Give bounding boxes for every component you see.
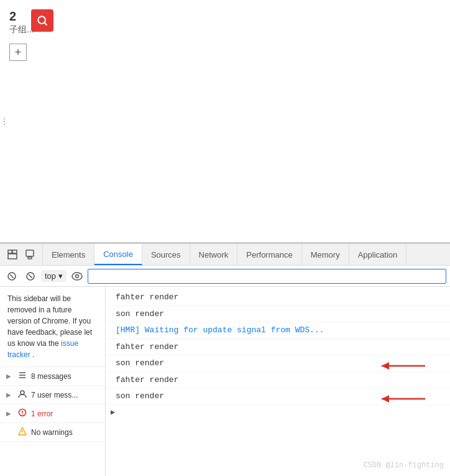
list-icon <box>17 371 27 381</box>
console-line-1: fahter render <box>106 289 450 306</box>
console-text-5: fahter render <box>116 375 178 385</box>
search-icon-button[interactable] <box>31 9 53 32</box>
console-line-3: fahter render <box>106 339 450 356</box>
svg-point-14 <box>76 274 79 278</box>
svg-marker-28 <box>382 395 389 403</box>
user-messages-label: 7 user mess... <box>31 391 99 399</box>
console-text-2: son render <box>116 309 164 319</box>
tab-elements-label: Elements <box>52 250 85 259</box>
console-toolbar: top ▾ <box>0 266 450 287</box>
plus-button[interactable]: + <box>9 44 27 61</box>
svg-line-10 <box>10 274 14 278</box>
sidebar-item-errors[interactable]: ▶ 1 error <box>0 404 105 423</box>
counter-number: 2 <box>9 9 34 24</box>
devtools-main: This sidebar will be removed in a future… <box>0 287 450 476</box>
tab-elements[interactable]: Elements <box>43 244 94 265</box>
svg-rect-2 <box>8 250 12 253</box>
svg-line-12 <box>29 274 32 278</box>
tab-sources-label: Sources <box>151 250 181 259</box>
console-text-hmr: [HMR] Waiting for update signal from WDS… <box>116 325 324 335</box>
tab-console[interactable]: Console <box>94 244 142 265</box>
tab-application-label: Application <box>358 250 398 259</box>
messages-label: 8 messages <box>31 372 99 381</box>
tab-memory[interactable]: Memory <box>302 244 349 265</box>
inspect-element-icon[interactable] <box>5 247 20 262</box>
resize-handle[interactable]: ⋮ <box>0 117 9 126</box>
devtools-panel: Elements Console Sources Network Perform… <box>0 243 450 476</box>
warning-triangle-icon <box>17 427 27 437</box>
tab-memory-label: Memory <box>311 250 340 259</box>
console-line-4: son render <box>106 355 450 372</box>
eye-button[interactable] <box>69 268 85 284</box>
expand-arrow-icon: ▶ <box>6 373 14 380</box>
svg-marker-26 <box>382 362 389 370</box>
webpage-content: 2 子组... + ⋮ <box>0 0 450 243</box>
svg-point-13 <box>72 273 82 280</box>
plus-icon: + <box>15 46 22 59</box>
svg-point-24 <box>22 433 22 434</box>
tab-network[interactable]: Network <box>190 244 238 265</box>
expand-arrow-icon-2: ▶ <box>6 391 14 398</box>
user-icon <box>17 390 27 400</box>
svg-rect-4 <box>8 254 17 259</box>
svg-point-21 <box>22 414 23 415</box>
expand-arrow-icon-3: ▶ <box>6 410 14 417</box>
sidebar-notice: This sidebar will be removed in a future… <box>0 287 105 367</box>
tab-application[interactable]: Application <box>349 244 407 265</box>
sidebar-notice-end: . <box>32 350 34 359</box>
context-label: top <box>45 271 56 281</box>
console-line-6: son render <box>106 388 450 405</box>
clear-console-button[interactable] <box>4 268 20 284</box>
svg-point-18 <box>21 391 24 394</box>
red-arrow-2 <box>375 390 431 408</box>
tab-performance-label: Performance <box>246 250 292 259</box>
context-selector[interactable]: top ▾ <box>41 270 67 282</box>
tab-performance[interactable]: Performance <box>237 244 301 265</box>
counter-label: 子组... <box>9 24 34 34</box>
svg-line-1 <box>45 23 47 26</box>
tab-icon-buttons <box>0 244 43 265</box>
svg-rect-3 <box>12 250 17 253</box>
console-sidebar: This sidebar will be removed in a future… <box>0 287 106 476</box>
filter-button[interactable] <box>22 268 39 284</box>
console-text-6: son render <box>116 391 164 401</box>
errors-label: 1 error <box>31 409 99 418</box>
dropdown-arrow-icon: ▾ <box>58 271 63 281</box>
counter-display: 2 子组... <box>9 9 34 35</box>
tab-console-label: Console <box>103 250 133 259</box>
warnings-label: No warnings <box>31 428 99 437</box>
devtools-tabs: Elements Console Sources Network Perform… <box>0 244 450 266</box>
tab-network-label: Network <box>199 250 229 259</box>
sidebar-notice-text: This sidebar will be removed in a future… <box>7 294 92 348</box>
error-circle-icon <box>17 408 27 419</box>
console-text-3: fahter render <box>116 342 178 352</box>
console-line-2: son render <box>106 306 450 323</box>
console-line-hmr: [HMR] Waiting for update signal from WDS… <box>106 322 450 339</box>
csdn-watermark: CSDN @lin-fighting <box>363 461 444 470</box>
console-text-4: son render <box>116 358 164 368</box>
svg-rect-5 <box>26 250 34 256</box>
svg-point-0 <box>38 16 45 24</box>
sidebar-item-user-messages[interactable]: ▶ 7 user mess... <box>0 386 105 404</box>
sidebar-item-warnings[interactable]: No warnings <box>0 423 105 442</box>
console-search-input[interactable] <box>88 269 446 284</box>
svg-rect-6 <box>28 257 32 259</box>
console-line-5: fahter render <box>106 372 450 389</box>
device-toolbar-icon[interactable] <box>22 247 37 262</box>
console-text-1: fahter render <box>116 292 178 302</box>
console-output[interactable]: fahter render son render [HMR] Waiting f… <box>106 287 450 476</box>
tab-sources[interactable]: Sources <box>142 244 190 265</box>
sidebar-item-messages[interactable]: ▶ 8 messages <box>0 367 105 386</box>
